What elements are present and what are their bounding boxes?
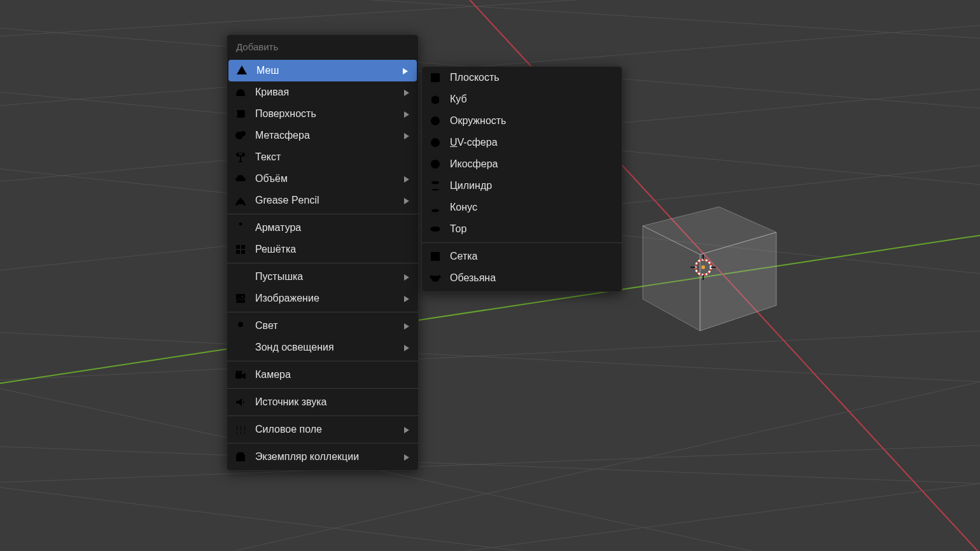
menu-item-label: Арматура [255,222,412,234]
menu-separator [227,214,418,214]
menu-item-label: Экземпляр коллекции [255,451,404,463]
menu-item-label: Обезьяна [450,272,615,284]
svg-line-15 [445,484,980,551]
submenu-arrow-icon [404,174,412,185]
submenu-arrow-icon [404,109,412,120]
speaker-icon [234,395,248,409]
menu-item-label: Поверхность [255,108,404,120]
menu-item-label: Цилиндр [450,180,615,192]
camera-icon [234,368,248,382]
mesh-icon [235,64,249,78]
menu-item-label: Источник звука [255,396,412,408]
gpencil-icon [234,193,248,207]
cylinder-icon [428,179,442,193]
torus-icon [428,222,442,236]
menu-item-label: Икосфера [450,158,615,170]
svg-point-25 [701,265,705,269]
cone-icon [428,200,442,214]
icosphere-icon [428,157,442,171]
plane-icon [428,71,442,85]
menu-item-curve[interactable]: Кривая [227,81,418,103]
menu-item-label: Тор [450,223,615,235]
menu-item-light[interactable]: Свет [227,315,418,337]
menu-item-speaker[interactable]: Источник звука [227,391,418,413]
circle-icon [428,114,442,128]
menu-item-label: Сетка [450,251,615,262]
menu-separator [227,312,418,312]
menu-item-label: Grease Pencil [255,195,404,206]
menu-item-text[interactable]: Текст [227,146,418,168]
menu-separator [227,263,418,263]
submenu-arrow-icon [404,452,412,463]
menu-item-label: Меш [256,65,403,76]
volume-icon [234,172,248,186]
menu-item-volume[interactable]: Объём [227,168,418,190]
submenu-arrow-icon [404,272,412,282]
menu-item-lattice[interactable]: Решётка [227,239,418,260]
menu-item-label: Объём [255,173,404,185]
menu-separator [227,415,418,416]
menu-item-label: Конус [450,202,615,213]
menu-item-label: Текст [255,151,412,163]
menu-item-label: UV-сфера [450,137,615,148]
menu-item-label: Куб [450,94,615,105]
menu-item-cylinder[interactable]: Цилиндр [422,175,622,197]
menu-item-armature[interactable]: Арматура [227,217,418,239]
menu-item-circle[interactable]: Окружность [422,110,622,132]
menu-item-mesh[interactable]: Меш [228,60,417,81]
menu-item-label: Кривая [255,87,404,98]
menu-item-surface[interactable]: Поверхность [227,103,418,125]
menu-item-label: Изображение [255,293,404,304]
menu-item-empty[interactable]: Пустышка [227,266,418,288]
light-icon [234,319,248,333]
submenu-arrow-icon [404,293,412,304]
menu-item-torus[interactable]: Тор [422,218,622,240]
cube-icon [428,92,442,106]
submenu-arrow-icon [404,424,412,435]
menu-item-label: Зонд освещения [255,342,404,353]
menu-item-metaball[interactable]: Метасфера [227,125,418,146]
menu-item-collection[interactable]: Экземпляр коллекции [227,446,418,468]
menu-item-plane[interactable]: Плоскость [422,67,622,88]
menu-item-icosphere[interactable]: Икосфера [422,153,622,175]
menu-item-image[interactable]: Изображение [227,288,418,309]
menu-item-label: Метасфера [255,130,404,141]
curve-icon [234,85,248,99]
menu-item-label: Силовое поле [255,424,404,435]
menu-item-label: Окружность [450,115,615,127]
uvsphere-icon [428,136,442,150]
menu-item-uvsphere[interactable]: UV-сфера [422,132,622,153]
menu-item-grid[interactable]: Сетка [422,246,622,267]
menu-item-cone[interactable]: Конус [422,197,622,218]
empty-icon [234,270,248,284]
menu-item-lightprobe[interactable]: Зонд освещения [227,337,418,358]
menu-item-label: Пустышка [255,271,404,282]
menu-separator [227,361,418,361]
forcefield-icon [234,422,248,436]
image-icon [234,291,248,305]
menu-item-label: Решётка [255,244,412,255]
submenu-arrow-icon [404,195,412,206]
collection-icon [234,450,248,464]
metaball-icon [234,129,248,143]
menu-item-label: Камера [255,369,412,380]
monkey-icon [428,271,442,285]
menu-item-cube[interactable]: Куб [422,88,622,110]
menu-separator [227,443,418,443]
add-menu: Добавить МешКриваяПоверхностьМетасфераТе… [227,34,419,471]
menu-item-gpencil[interactable]: Grease Pencil [227,190,418,211]
surface-icon [234,107,248,121]
lattice-icon [234,242,248,256]
submenu-arrow-icon [404,87,412,98]
svg-line-17 [0,484,541,551]
menu-item-camera[interactable]: Камера [227,364,418,386]
add-menu-title: Добавить [227,35,418,60]
mesh-submenu: ПлоскостьКубОкружностьUV-сфераИкосфераЦи… [421,66,622,292]
armature-icon [234,221,248,235]
menu-separator [227,388,418,389]
submenu-arrow-icon [404,321,412,331]
submenu-arrow-icon [403,66,410,76]
submenu-arrow-icon [404,130,412,141]
menu-item-forcefield[interactable]: Силовое поле [227,419,418,440]
menu-item-monkey[interactable]: Обезьяна [422,267,622,289]
